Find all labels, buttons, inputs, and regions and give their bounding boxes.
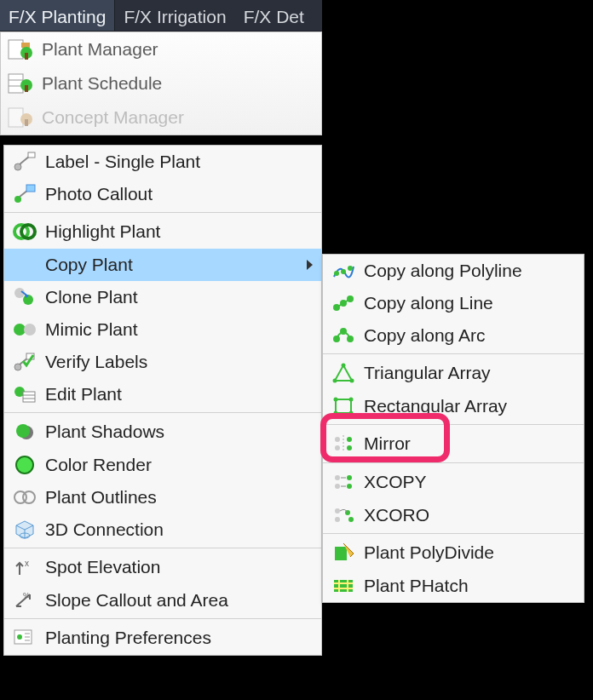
menu-item-label: Spot Elevation: [45, 557, 160, 577]
menu-item-planting-preferences[interactable]: Planting Preferences: [4, 618, 321, 655]
plant-schedule-icon: [8, 72, 33, 95]
submenu-item-plant-phatch[interactable]: Plant PHatch: [323, 570, 584, 602]
svg-point-32: [16, 424, 30, 438]
menu-item-label: Label - Single Plant: [45, 152, 200, 172]
svg-point-52: [340, 328, 347, 335]
svg-rect-16: [26, 185, 35, 192]
svg-point-56: [333, 379, 337, 383]
edit-plant-icon: [13, 383, 37, 405]
menu-item-clone-plant[interactable]: Clone Plant: [4, 281, 321, 313]
menu-item-3d-connection[interactable]: 3D Connection: [4, 514, 321, 546]
menu-item-mimic-plant[interactable]: Mimic Plant: [4, 313, 321, 346]
xcopy-icon: [331, 471, 355, 493]
main-menu: Label - Single Plant Photo Callout Highl…: [3, 145, 322, 656]
svg-point-74: [348, 517, 354, 522]
svg-rect-7: [25, 85, 28, 92]
submenu-item-plant-polydivide[interactable]: Plant PolyDivide: [323, 533, 584, 570]
submenu-item-xcopy[interactable]: XCOPY: [323, 462, 584, 499]
svg-rect-75: [334, 580, 353, 592]
submenu-item-label: Triangular Array: [364, 363, 491, 383]
ribbon-item-plant-manager[interactable]: Plant Manager: [1, 32, 321, 66]
svg-point-68: [335, 484, 340, 489]
plant-outlines-icon: [13, 486, 37, 508]
menu-item-label: Slope Callout and Area: [45, 590, 228, 611]
svg-point-61: [349, 411, 354, 416]
svg-point-69: [347, 475, 352, 480]
ribbon-item-label: Plant Manager: [42, 39, 158, 60]
plant-manager-icon: [8, 37, 33, 61]
menu-item-copy-plant[interactable]: Copy Plant: [4, 249, 321, 281]
svg-point-49: [340, 300, 347, 307]
submenu-item-mirror[interactable]: Mirror: [323, 424, 584, 461]
menu-item-label: Edit Plant: [45, 384, 122, 405]
submenu-item-copy-polyline[interactable]: Copy along Polyline: [323, 255, 584, 287]
copy-polyline-icon: [331, 260, 355, 282]
submenu-item-copy-line[interactable]: Copy along Line: [323, 287, 584, 319]
verify-labels-icon: [13, 351, 37, 373]
ribbon-item-label: Concept Manager: [42, 107, 184, 128]
svg-point-72: [335, 517, 340, 522]
tab-fx-irrigation[interactable]: F/X Irrigation: [115, 0, 234, 31]
svg-point-65: [347, 437, 352, 442]
menu-item-plant-outlines[interactable]: Plant Outlines: [4, 481, 321, 514]
svg-point-35: [23, 491, 35, 503]
menu-item-label: Plant Shadows: [45, 422, 164, 442]
plant-polydivide-icon: [331, 542, 355, 564]
menu-item-label: Color Render: [45, 455, 152, 475]
menu-item-label: Photo Callout: [45, 184, 153, 204]
svg-point-70: [347, 484, 352, 489]
svg-point-59: [349, 398, 354, 402]
submenu-item-rectangular-array[interactable]: Rectangular Array: [323, 390, 584, 422]
svg-point-58: [334, 398, 338, 402]
menu-item-label: Verify Labels: [45, 352, 147, 372]
menu-item-highlight-plant[interactable]: Highlight Plant: [4, 212, 321, 249]
svg-text:%: %: [23, 591, 30, 600]
menu-item-label-single-plant[interactable]: Label - Single Plant: [4, 146, 321, 178]
svg-point-23: [24, 324, 36, 336]
tab-label: F/X Irrigation: [124, 7, 226, 27]
svg-point-51: [333, 336, 340, 342]
menu-item-label: Highlight Plant: [45, 221, 160, 242]
submenu-item-label: Copy along Line: [364, 293, 493, 313]
mirror-icon: [331, 433, 355, 455]
plant-shadows-icon: [13, 421, 37, 443]
svg-point-55: [350, 379, 354, 383]
submenu-item-label: Plant PHatch: [364, 576, 469, 596]
ribbon-item-concept-manager[interactable]: Concept Manager: [1, 100, 321, 135]
submenu-item-label: Plant PolyDivide: [364, 542, 494, 563]
menu-item-color-render[interactable]: Color Render: [4, 449, 321, 481]
menu-item-label: 3D Connection: [45, 519, 164, 540]
svg-rect-2: [25, 53, 28, 60]
menu-item-edit-plant[interactable]: Edit Plant: [4, 378, 321, 410]
menu-item-slope-callout[interactable]: % Slope Callout and Area: [4, 584, 321, 617]
ribbon-item-plant-schedule[interactable]: Plant Schedule: [1, 66, 321, 100]
submenu-item-triangular-array[interactable]: Triangular Array: [323, 353, 584, 390]
photo-callout-icon: [13, 183, 37, 205]
menu-item-plant-shadows[interactable]: Plant Shadows: [4, 412, 321, 449]
svg-rect-28: [23, 392, 35, 402]
tab-fx-planting[interactable]: F/X Planting: [0, 0, 115, 31]
svg-point-22: [14, 324, 26, 336]
rectangular-array-icon: [331, 395, 355, 417]
menu-item-spot-elevation[interactable]: x Spot Elevation: [4, 548, 321, 584]
menu-item-verify-labels[interactable]: Verify Labels: [4, 346, 321, 378]
tab-fx-det[interactable]: F/X Det: [235, 0, 322, 31]
svg-point-46: [348, 266, 353, 271]
submenu-item-copy-arc[interactable]: Copy along Arc: [323, 319, 584, 352]
planting-preferences-icon: [13, 627, 37, 649]
slope-callout-icon: %: [13, 589, 37, 611]
menu-item-photo-callout[interactable]: Photo Callout: [4, 178, 321, 210]
submenu-item-label: XCOPY: [364, 472, 427, 492]
svg-point-54: [342, 364, 346, 368]
svg-point-71: [335, 508, 340, 514]
highlight-plant-icon: [13, 221, 37, 243]
mimic-plant-icon: [13, 318, 37, 341]
triangular-array-icon: [331, 362, 355, 384]
submenu-item-label: Rectangular Array: [364, 396, 507, 416]
menu-item-label: Planting Preferences: [45, 628, 211, 648]
plant-phatch-icon: [331, 575, 355, 597]
svg-rect-0: [9, 40, 23, 59]
svg-rect-10: [25, 119, 28, 126]
svg-point-67: [335, 475, 340, 480]
submenu-item-xcoro[interactable]: XCORO: [323, 499, 584, 531]
